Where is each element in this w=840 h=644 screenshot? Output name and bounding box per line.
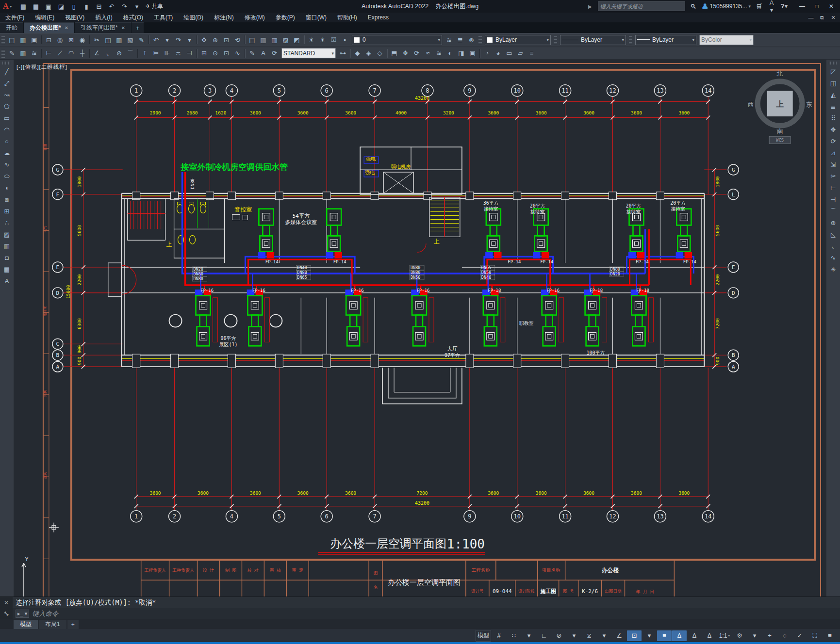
polar-icon[interactable]: ⊘ xyxy=(552,630,566,641)
undo-icon[interactable]: ↶ xyxy=(150,35,162,45)
rotate-3d-icon[interactable]: ⟳ xyxy=(411,48,422,58)
copy-clip-icon[interactable]: ◫ xyxy=(102,35,114,45)
dim-override-icon[interactable]: ⟳ xyxy=(269,48,280,58)
region-icon[interactable]: ◘ xyxy=(1,252,13,263)
subtract-icon[interactable]: ◈ xyxy=(363,48,374,58)
layer-properties-icon[interactable]: ≋ xyxy=(444,35,455,45)
undo-icon[interactable]: ↶ xyxy=(106,1,117,11)
pan-icon[interactable]: ✥ xyxy=(198,35,210,45)
mirror-icon[interactable]: ◭ xyxy=(827,89,839,100)
layer-lock-icon[interactable]: ⚿ xyxy=(328,35,339,45)
menu-item-8[interactable]: 修改(M) xyxy=(239,13,270,22)
dim-edit-icon[interactable]: ✎ xyxy=(6,48,17,58)
menu-item-2[interactable]: 视图(V) xyxy=(60,13,90,22)
dim-style-icon[interactable]: ⊶ xyxy=(337,48,348,58)
dim-inspect-icon[interactable]: ⊡ xyxy=(221,48,232,58)
move-icon[interactable]: ✥ xyxy=(827,124,839,135)
workspace-gear-icon[interactable]: ⚙ xyxy=(732,630,747,641)
save-as-icon[interactable]: ◪ xyxy=(55,1,67,11)
rectangle-icon[interactable]: ▭ xyxy=(1,113,13,124)
polyline-icon[interactable]: ↝ xyxy=(1,89,13,100)
qdim-icon[interactable]: ⊺ xyxy=(139,48,150,58)
graphics-perf-icon[interactable]: ✓ xyxy=(792,630,807,641)
menu-item-9[interactable]: 参数(P) xyxy=(270,13,300,22)
dim-text-angle-icon[interactable]: A xyxy=(258,48,269,58)
menu-item-3[interactable]: 插入(I) xyxy=(90,13,117,22)
help-icon[interactable]: ❓︎▾ xyxy=(780,2,789,10)
dim-ordinate-icon[interactable]: ┼ xyxy=(77,48,88,58)
polygon-icon[interactable]: ⬠ xyxy=(1,101,13,112)
hatch-icon[interactable]: ▨ xyxy=(1,229,13,240)
layout1-tab[interactable]: 布局1 xyxy=(39,620,66,629)
menu-item-12[interactable]: Express xyxy=(362,13,394,22)
new-icon[interactable]: ▤ xyxy=(6,35,17,45)
annotation-scale-icon[interactable]: ∆ xyxy=(702,630,717,641)
revolve-icon[interactable]: ◐ xyxy=(445,48,456,58)
sweep-icon[interactable]: ≈ xyxy=(422,48,433,58)
menu-item-10[interactable]: 窗口(W) xyxy=(300,13,332,22)
fillet-icon[interactable]: ◟ xyxy=(827,241,839,252)
loft-icon[interactable]: ≋ xyxy=(433,48,445,58)
zoom-realtime-icon[interactable]: ⊕ xyxy=(210,35,221,45)
center-mark-icon[interactable]: ⊙ xyxy=(210,48,221,58)
offset-edge-icon[interactable]: ▱ xyxy=(515,48,526,58)
offset-icon[interactable]: ≣ xyxy=(827,101,839,112)
command-input[interactable]: ▸_ ▾ 键入命令 xyxy=(13,608,840,619)
save-icon[interactable]: ▣ xyxy=(29,35,40,45)
autoscale-icon[interactable]: ∆ xyxy=(687,630,702,641)
thicken-icon[interactable]: ▣ xyxy=(467,48,478,58)
text-style-combo[interactable]: STANDARD ▾ xyxy=(281,48,336,58)
new-tab-button[interactable]: + xyxy=(132,22,144,33)
open-icon[interactable]: ▦ xyxy=(30,1,42,11)
app-store-cart-icon[interactable]: 🛒︎ xyxy=(755,3,763,10)
file-tab-2[interactable]: 引线车间出图*✕ xyxy=(75,22,131,33)
publish-icon[interactable]: ⊠ xyxy=(66,35,77,45)
rotate-icon[interactable]: ⟳ xyxy=(827,136,839,147)
file-tab-close-icon[interactable]: ✕ xyxy=(121,25,125,31)
help-search-input[interactable]: 键入关键字或短语 xyxy=(598,1,685,11)
qnew-icon[interactable]: ▤ xyxy=(17,1,29,11)
layer-states-icon[interactable]: ≣ xyxy=(455,35,466,45)
dim-angular-icon[interactable]: ∠ xyxy=(91,48,102,58)
file-tab-close-icon[interactable]: ✕ xyxy=(65,25,68,31)
menu-item-6[interactable]: 绘图(D) xyxy=(178,13,209,22)
layer-prev-icon[interactable]: ⊜ xyxy=(466,35,477,45)
dim-continue-icon[interactable]: ⊪ xyxy=(162,48,173,58)
status-menu-icon[interactable]: ≡ xyxy=(823,630,837,641)
properties-icon[interactable]: ▤ xyxy=(247,35,258,45)
redo-icon[interactable]: ↷ xyxy=(173,35,184,45)
command-wrench-icon[interactable]: 🔧︎ xyxy=(0,608,13,619)
intersect-icon[interactable]: ◇ xyxy=(374,48,385,58)
multiline-text-icon[interactable]: A xyxy=(1,275,13,287)
ellipse-arc-icon[interactable]: ◖ xyxy=(1,182,13,193)
annotation-scale-value[interactable]: 1:1▾ xyxy=(717,630,732,641)
dim-break-icon[interactable]: ⊣ xyxy=(184,48,195,58)
dim-radius-icon[interactable]: ◟ xyxy=(102,48,114,58)
move-3d-icon[interactable]: ✥ xyxy=(400,48,411,58)
search-icon[interactable]: 🔍︎ xyxy=(689,3,698,10)
maximize-button[interactable]: □ xyxy=(810,1,824,12)
isodraft-icon[interactable]: ⧖ xyxy=(582,630,596,641)
file-tab-0[interactable]: 开始 xyxy=(0,22,23,33)
blend-icon[interactable]: ∿ xyxy=(827,252,839,263)
layer-on-icon[interactable]: ☀ xyxy=(306,35,317,45)
insert-block-icon[interactable]: ⧈ xyxy=(1,194,13,205)
break-point-icon[interactable]: ⊣ xyxy=(827,194,839,205)
minimize-button[interactable]: — xyxy=(795,1,809,12)
dim-arc-icon[interactable]: ◠ xyxy=(66,48,77,58)
doc-minimize-button[interactable]: — xyxy=(806,14,816,22)
designcenter-icon[interactable]: ▦ xyxy=(258,35,269,45)
array-icon[interactable]: ⠿ xyxy=(827,113,839,124)
isolate-icon[interactable]: ◌ xyxy=(777,630,792,641)
save-icon[interactable]: ▣ xyxy=(43,1,54,11)
spline-icon[interactable]: ∿ xyxy=(1,159,13,170)
workspace-caret[interactable]: ▾ xyxy=(747,630,762,641)
open-icon[interactable]: ▦ xyxy=(17,35,29,45)
etransmit-icon[interactable]: ◉ xyxy=(77,35,88,45)
zoom-window-icon[interactable]: ⊡ xyxy=(221,35,232,45)
grid-icon[interactable]: # xyxy=(492,630,506,641)
menu-item-0[interactable]: 文件(F) xyxy=(0,13,30,22)
annotation-visibility-icon[interactable]: ∆ xyxy=(672,630,687,641)
trim-icon[interactable]: ✂ xyxy=(827,171,839,182)
paste-icon[interactable]: ▥ xyxy=(114,35,125,45)
